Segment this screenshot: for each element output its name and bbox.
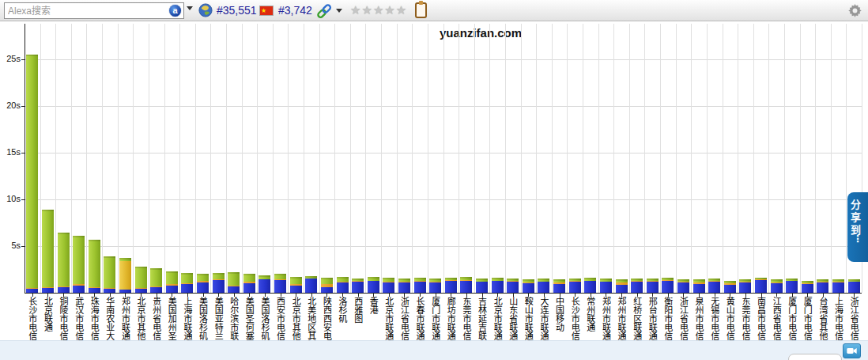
global-rank-value[interactable]: #35,551 bbox=[217, 4, 257, 17]
bar-segment-blue bbox=[73, 286, 85, 293]
bar-segment-green bbox=[104, 256, 115, 288]
wayback-clipboard-icon[interactable] bbox=[415, 2, 427, 18]
x-axis-label: 北京市其他 bbox=[290, 297, 301, 340]
chart-bar[interactable] bbox=[119, 258, 131, 293]
chart-bar[interactable] bbox=[445, 278, 457, 293]
chart-bar[interactable] bbox=[352, 279, 364, 293]
china-rank-value[interactable]: #3,742 bbox=[278, 4, 312, 17]
chart-bar[interactable] bbox=[166, 271, 178, 293]
chart-bar[interactable] bbox=[58, 233, 70, 293]
gridline-vertical bbox=[164, 24, 165, 293]
settings-gear-icon[interactable] bbox=[847, 3, 862, 18]
gridline-vertical bbox=[226, 24, 227, 293]
china-flag-icon: ★ bbox=[259, 6, 274, 16]
backlinks-dropdown-caret-icon[interactable] bbox=[336, 9, 342, 13]
bar-segment-blue bbox=[259, 279, 270, 293]
chart-bar[interactable] bbox=[631, 279, 643, 293]
chart-bar[interactable] bbox=[739, 279, 751, 293]
gridline-vertical bbox=[536, 24, 537, 293]
chart-bar[interactable] bbox=[228, 272, 240, 293]
search-input[interactable] bbox=[5, 6, 169, 17]
x-axis-label: 美国洛杉矶 bbox=[259, 297, 270, 340]
bar-segment-blue bbox=[584, 281, 596, 293]
bar-segment-blue bbox=[507, 282, 519, 293]
backlinks-chain-icon[interactable] bbox=[315, 2, 333, 20]
chart-bar[interactable] bbox=[337, 277, 349, 293]
chart-bar[interactable] bbox=[213, 273, 225, 293]
chart-bar[interactable] bbox=[553, 279, 565, 293]
camera-icon bbox=[846, 347, 858, 355]
chart-bar[interactable] bbox=[368, 277, 379, 293]
bar-segment-blue bbox=[523, 283, 534, 293]
chart-bar[interactable] bbox=[538, 279, 549, 293]
gridline-vertical bbox=[334, 24, 335, 293]
chart-bar[interactable] bbox=[771, 279, 783, 293]
chart-bar[interactable] bbox=[104, 256, 115, 293]
y-axis-tick-label: 10s bbox=[0, 194, 21, 203]
x-axis-label: 香港 bbox=[368, 297, 379, 340]
chart-bar[interactable] bbox=[383, 278, 394, 293]
chart-bar[interactable] bbox=[523, 279, 534, 293]
chart-bar[interactable] bbox=[398, 279, 410, 293]
gridline-vertical bbox=[118, 24, 119, 293]
chart-bar[interactable] bbox=[600, 279, 612, 293]
x-axis-label: 郑州市联通 bbox=[600, 297, 611, 340]
chart-bar[interactable] bbox=[616, 279, 628, 293]
chart-bar[interactable] bbox=[197, 274, 209, 293]
y-axis-tick-label: 15s bbox=[0, 147, 21, 157]
chart-bar[interactable] bbox=[181, 273, 193, 293]
chart-bar[interactable] bbox=[647, 279, 659, 293]
chart-bar[interactable] bbox=[73, 236, 85, 293]
chart-bar[interactable] bbox=[708, 279, 720, 293]
screenshot-camera-button[interactable] bbox=[843, 343, 861, 358]
globe-rank-icon[interactable] bbox=[198, 3, 213, 17]
chart-bar[interactable] bbox=[460, 277, 472, 293]
chart-bar[interactable] bbox=[507, 279, 519, 293]
chart-bar[interactable] bbox=[584, 278, 596, 293]
chart-bar[interactable] bbox=[802, 281, 813, 293]
chart-bar[interactable] bbox=[724, 281, 736, 293]
share-to-label: 分享到 bbox=[847, 199, 862, 237]
bar-segment-blue bbox=[150, 287, 162, 293]
x-axis-label: 洛杉矶 bbox=[337, 297, 348, 340]
x-axis-label: 美国洛杉矶 bbox=[198, 297, 209, 340]
gridline-vertical bbox=[583, 24, 583, 293]
chart-bar[interactable] bbox=[817, 279, 828, 293]
chart-bar[interactable] bbox=[429, 279, 441, 293]
search-dropdown-caret-icon[interactable] bbox=[187, 6, 193, 10]
chart-bar[interactable] bbox=[305, 276, 317, 293]
chart-bar[interactable] bbox=[243, 274, 255, 293]
chart-bar[interactable] bbox=[832, 279, 844, 293]
chart-bar[interactable] bbox=[321, 278, 333, 293]
chart-bar[interactable] bbox=[26, 55, 38, 293]
chart-bar[interactable] bbox=[755, 278, 767, 293]
chart-bar[interactable] bbox=[89, 240, 100, 293]
chart-bar[interactable] bbox=[677, 279, 689, 293]
chart-bar[interactable] bbox=[259, 275, 270, 293]
chart-bar[interactable] bbox=[290, 277, 302, 293]
gridline-vertical bbox=[644, 24, 645, 293]
rating-stars[interactable]: ★★★★★ bbox=[350, 3, 407, 17]
gridline-vertical bbox=[521, 24, 522, 293]
chart-bar[interactable] bbox=[274, 274, 286, 293]
chart-bar[interactable] bbox=[786, 279, 798, 293]
chart-bar[interactable] bbox=[569, 279, 581, 293]
chart-bar[interactable] bbox=[693, 279, 705, 293]
share-to-button[interactable]: 分享到 ⋮ bbox=[847, 192, 868, 262]
y-axis-tick-label: 25s bbox=[0, 54, 21, 63]
chart-bar[interactable] bbox=[848, 279, 860, 293]
chart-title: yuanzifan.com bbox=[93, 26, 868, 40]
alexa-logo-icon[interactable]: a bbox=[169, 5, 181, 17]
chart-bar[interactable] bbox=[414, 278, 426, 293]
chart-bar[interactable] bbox=[492, 278, 504, 293]
bar-segment-green bbox=[181, 273, 193, 283]
x-axis-label: 郑州市联通 bbox=[616, 297, 627, 340]
chart-bar[interactable] bbox=[42, 210, 54, 293]
chart-bar[interactable] bbox=[662, 278, 674, 293]
chart-bar[interactable] bbox=[476, 279, 488, 293]
chart-bar[interactable] bbox=[150, 268, 162, 293]
x-axis-label: 浙江省电信 bbox=[398, 297, 409, 340]
chart-bar[interactable] bbox=[135, 267, 147, 293]
search-box[interactable]: a bbox=[4, 2, 184, 19]
x-axis-label: 长沙市电信 bbox=[27, 297, 38, 340]
